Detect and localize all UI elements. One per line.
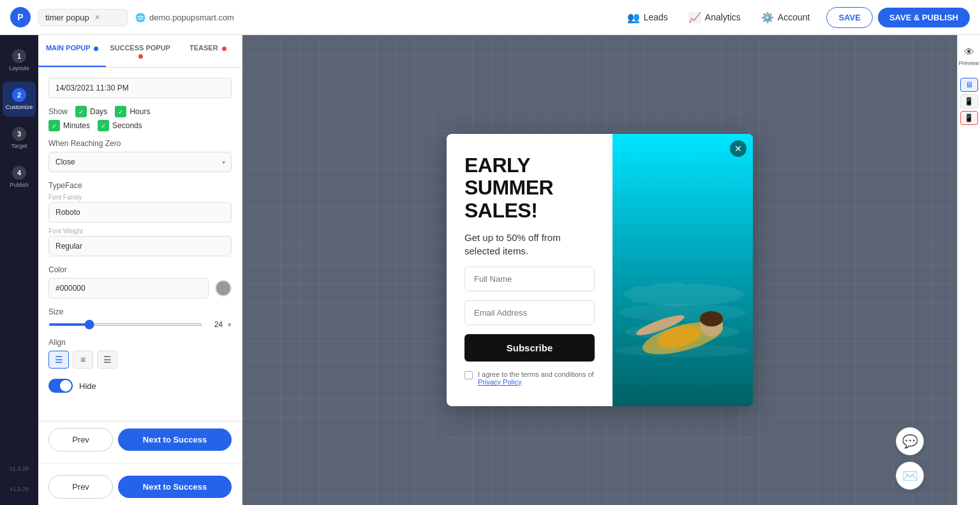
panel-tabs: MAIN POPUP SUCCESS POPUP TEASER: [38, 35, 242, 68]
color-row: [48, 278, 232, 298]
show-hours: ✓ Hours: [115, 106, 150, 117]
tab-success-popup[interactable]: SUCCESS POPUP: [106, 35, 174, 67]
tab-dot-main: [94, 47, 98, 51]
minutes-text: Minutes: [63, 121, 90, 130]
step-label-4: Publish: [10, 182, 29, 188]
svg-point-1: [622, 282, 743, 305]
hours-text: Hours: [130, 107, 150, 116]
leads-button[interactable]: 👥 Leads: [618, 6, 677, 29]
save-button[interactable]: SAVE: [826, 7, 872, 28]
sidebar-step-customize[interactable]: 2 Customize: [3, 82, 36, 117]
tablet-button[interactable]: 📱: [960, 94, 978, 108]
topbar: P timer popup ✕ 🌐 demo.popupsmart.com 👥 …: [0, 0, 980, 35]
desktop-button[interactable]: 🖥: [960, 78, 978, 92]
chat-button-1[interactable]: 💬: [896, 427, 924, 455]
account-label: Account: [778, 12, 810, 22]
when-select-wrap: Close Hide Redirect ▾: [48, 152, 232, 172]
sidebar-step-publish[interactable]: 4 Publish: [3, 159, 36, 194]
privacy-checkbox[interactable]: [464, 371, 473, 379]
size-row: 24 ▾: [48, 320, 232, 329]
align-label: Align: [48, 338, 232, 347]
show-row-2: ✓ Minutes ✓ Seconds: [48, 120, 232, 131]
seconds-text: Seconds: [112, 121, 142, 130]
svg-rect-0: [612, 134, 753, 406]
toggle-knob: [60, 380, 71, 392]
fullname-input[interactable]: [464, 267, 595, 291]
chat-buttons: 💬 ✉️: [896, 427, 924, 490]
sidebar-step-layouts[interactable]: 1 Layouts: [3, 43, 36, 78]
prev-button-1[interactable]: Prev: [48, 428, 113, 451]
chat-button-2[interactable]: ✉️: [896, 462, 924, 490]
step-num-3: 3: [12, 127, 26, 141]
save-publish-button[interactable]: SAVE & PUBLISH: [878, 8, 970, 27]
globe-icon: 🌐: [135, 13, 145, 22]
font-weight-select[interactable]: Regular Bold Light: [48, 236, 232, 256]
popup-image: [612, 134, 753, 406]
panel-content: Show ✓ Days ✓ Hours ✓ Minutes ✓ Seconds: [38, 68, 242, 421]
canvas: EARLY SUMMER SALES! Get up to 50% off fr…: [242, 35, 957, 505]
check-hours-icon: ✓: [115, 106, 126, 117]
mobile-button[interactable]: 📱: [960, 111, 978, 125]
step-label-1: Layouts: [9, 65, 29, 71]
preview-button[interactable]: 👁 Preview: [956, 41, 981, 71]
privacy-text: I agree to the terms and conditions of: [478, 370, 594, 378]
leads-label: Leads: [644, 12, 668, 22]
when-select[interactable]: Close Hide Redirect: [48, 152, 232, 172]
preview-label: Preview: [959, 60, 979, 66]
size-slider[interactable]: [48, 323, 202, 326]
tab-teaser[interactable]: TEASER: [174, 35, 242, 67]
footer-divider: [38, 463, 242, 464]
url-bar: 🌐 demo.popupsmart.com: [135, 13, 234, 22]
svg-point-7: [700, 311, 723, 326]
tab-dot-teaser: [222, 47, 226, 51]
font-family-hint: Font Family: [48, 194, 232, 201]
color-label: Color: [48, 265, 232, 274]
color-picker[interactable]: [215, 280, 232, 296]
sidebar-step-target[interactable]: 3 Target: [3, 121, 36, 156]
tab-dot-success: [138, 54, 143, 59]
account-button[interactable]: ⚙️ Account: [752, 6, 819, 29]
align-center-button[interactable]: ≡: [73, 351, 93, 369]
when-label: When Reaching Zero: [48, 139, 232, 148]
project-close-icon[interactable]: ✕: [94, 13, 100, 22]
step-num-2: 2: [12, 88, 26, 102]
check-minutes-icon: ✓: [48, 120, 60, 131]
url-text: demo.popupsmart.com: [149, 13, 234, 22]
main-layout: 1 Layouts 2 Customize 3 Target 4 Publish…: [0, 35, 980, 505]
popup-card: EARLY SUMMER SALES! Get up to 50% off fr…: [447, 134, 753, 406]
size-label: Size: [48, 307, 232, 316]
next-button-2[interactable]: Next to Success: [118, 476, 232, 498]
logo[interactable]: P: [10, 7, 31, 27]
hide-row: Hide: [48, 379, 232, 393]
align-right-button[interactable]: ☰: [97, 351, 117, 369]
step-label-2: Customize: [6, 104, 33, 110]
subscribe-button[interactable]: Subscribe: [464, 334, 595, 362]
version-1: v1.3.29: [10, 460, 29, 477]
check-seconds-icon: ✓: [98, 120, 109, 131]
popup-title: EARLY SUMMER SALES!: [464, 154, 595, 222]
font-family-select[interactable]: Roboto Arial Open Sans: [48, 202, 232, 223]
panel-footer: Prev Next to Success Prev Next to Succes…: [38, 421, 242, 505]
leads-icon: 👥: [627, 11, 640, 24]
popup-left: EARLY SUMMER SALES! Get up to 50% off fr…: [447, 134, 612, 406]
date-field[interactable]: [48, 78, 232, 98]
privacy-row: I agree to the terms and conditions of P…: [464, 370, 595, 386]
align-left-button[interactable]: ☰: [48, 351, 69, 369]
analytics-icon: 📈: [688, 11, 701, 24]
device-toggle: 🖥 📱 📱: [960, 78, 978, 125]
prev-button-2[interactable]: Prev: [48, 475, 113, 499]
project-name-field[interactable]: timer popup ✕: [38, 9, 128, 26]
right-panel: 👁 Preview 🖥 📱 📱: [957, 35, 980, 505]
analytics-button[interactable]: 📈 Analytics: [679, 6, 750, 29]
hide-toggle[interactable]: [48, 379, 73, 393]
show-row: Show ✓ Days ✓ Hours: [48, 106, 232, 117]
align-row: ☰ ≡ ☰: [48, 351, 232, 369]
step-label-3: Target: [11, 143, 27, 149]
analytics-label: Analytics: [705, 12, 741, 22]
color-input[interactable]: [48, 278, 209, 298]
next-button-1[interactable]: Next to Success: [118, 428, 232, 451]
email-input[interactable]: [464, 300, 595, 325]
privacy-link[interactable]: Privacy Policy: [478, 378, 521, 386]
tab-main-popup[interactable]: MAIN POPUP: [38, 35, 106, 67]
topbar-right: 👥 Leads 📈 Analytics ⚙️ Account SAVE SAVE…: [618, 6, 970, 29]
